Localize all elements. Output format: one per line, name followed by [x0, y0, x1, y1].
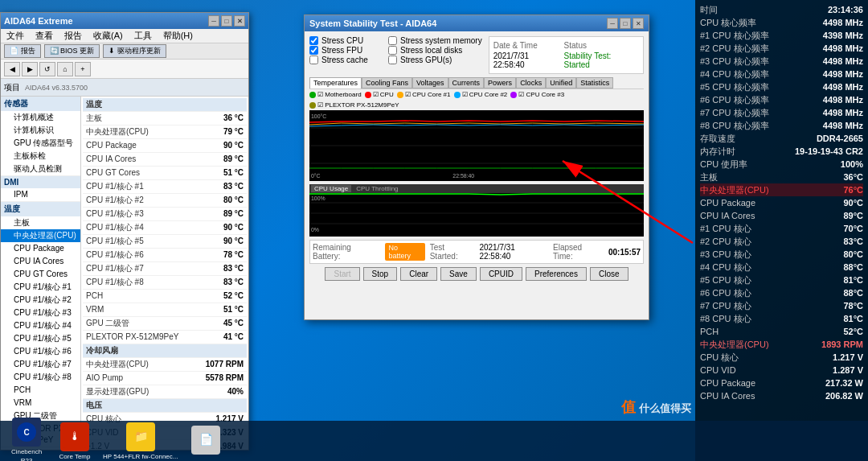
cpu-usage-tab-row: CPU Usage CPU Throttling [309, 184, 644, 193]
taskbar-cinebench[interactable]: C Cinebench R23 [6, 418, 47, 461]
cpuid-button[interactable]: CPUID [480, 267, 522, 281]
sidebar-item-driver[interactable]: 驱动人员检测 [1, 163, 80, 175]
mem-speed-value: DDR4-2665 [817, 132, 863, 145]
tab-powers[interactable]: Powers [484, 77, 516, 88]
sidebar-item-core5[interactable]: CPU #1/核心 #5 [1, 332, 80, 345]
stability-window: System Stability Test - AIDA64 ─ □ ✕ Str… [304, 14, 649, 320]
driver-update-button[interactable]: ⬇ 驱动程序更新 [103, 44, 166, 58]
stress-disks-checkbox[interactable] [388, 46, 397, 55]
row-core6-temp: #6 CPU 核心 88°C [700, 286, 863, 299]
tab-cooling[interactable]: Cooling Fans [362, 77, 412, 88]
stress-gpu-checkbox[interactable] [388, 56, 397, 64]
stability-bottom: Remaining Battery: No battery Test Start… [309, 240, 644, 264]
aida64-sidebar: 传感器 计算机概述 计算机标识 GPU 传感器型号 主板标检 驱动人员检测 DM… [1, 97, 81, 451]
cpu-vid2-value: 1.287 V [833, 364, 863, 377]
sidebar-item-cpu[interactable]: 中央处理器(CPU) [1, 229, 80, 242]
sidebar-item-ipm[interactable]: IPM [1, 188, 80, 201]
sidebar-item-board[interactable]: 主板标检 [1, 150, 80, 163]
row-core2-temp: #2 CPU 核心 83°C [700, 235, 863, 248]
row-core1-temp: #1 CPU 核心 70°C [700, 222, 863, 235]
tab-unified[interactable]: Unified [546, 77, 576, 88]
mem-timing-value: 19-19-19-43 CR2 [795, 145, 863, 158]
menu-tools[interactable]: 工具 [132, 30, 154, 42]
back-button[interactable]: ◀ [4, 62, 20, 76]
stress-cache-checkbox[interactable] [309, 56, 318, 64]
clear-button[interactable]: Clear [400, 267, 437, 281]
menu-file[interactable]: 文件 [4, 30, 27, 42]
maximize-button[interactable]: □ [221, 15, 232, 27]
start-button[interactable]: Start [325, 267, 359, 281]
tab-currents[interactable]: Currents [448, 77, 485, 88]
dmi-header[interactable]: DMI [1, 176, 80, 188]
cinebench-label: Cinebench [11, 448, 42, 455]
sidebar-item-core3[interactable]: CPU #1/核心 #3 [1, 307, 80, 319]
temp-header[interactable]: 温度 [1, 202, 80, 216]
sidebar-item-core1[interactable]: CPU #1/核心 #1 [1, 281, 80, 294]
sidebar-item-overview[interactable]: 计算机概述 [1, 111, 80, 124]
sidebar-item-cpu-ia[interactable]: CPU IA Cores [1, 255, 80, 268]
taskbar-hp[interactable]: 📁 HP 544+FLR fw-Connec... [103, 422, 178, 460]
sidebar-item-core7[interactable]: CPU #1/核心 #7 [1, 358, 80, 371]
sidebar-item-cpu-gt[interactable]: CPU GT Cores [1, 268, 80, 281]
report-button[interactable]: 📄 报告 [4, 44, 41, 58]
expand-button[interactable]: + [75, 62, 91, 76]
tab-voltages[interactable]: Voltages [412, 77, 448, 88]
row-core4-temp: #4 CPU 核心 88°C [700, 261, 863, 274]
row-cpu-temp: 中央处理器(CPU) 76°C [700, 183, 863, 196]
stress-cpu-label: Stress CPU [321, 36, 363, 45]
tab-temperatures[interactable]: Temperatures [309, 77, 362, 88]
battery-value: No battery [385, 243, 424, 261]
hp-label: HP 544+FLR fw-Connec... [103, 453, 178, 460]
sidebar-item-motherboard[interactable]: 主板 [1, 216, 80, 229]
stop-button[interactable]: Stop [363, 267, 398, 281]
stability-window-controls: ─ □ ✕ [607, 18, 644, 29]
mb-temp-value: 36°C [843, 171, 863, 183]
stress-disks-item: Stress local disks [388, 46, 482, 55]
sidebar-item-gpu-type[interactable]: GPU 传感器型号 [1, 137, 80, 150]
legend-core1-label: ☑ CPU Core #1 [405, 91, 451, 98]
sidebar-item-core4[interactable]: CPU #1/核心 #4 [1, 319, 80, 332]
coretemp-svg: 🌡 [63, 426, 86, 448]
stress-fpu-checkbox[interactable] [309, 46, 318, 55]
close-button[interactable]: ✕ [234, 15, 245, 27]
cpu-temp-value: 76°C [843, 183, 863, 196]
cpu-fan-value: 1893 RPM [821, 338, 863, 351]
legend-core2: ☑ CPU Core #2 [454, 91, 508, 98]
cpu8-freq-label: #8 CPU 核心频率 [700, 119, 769, 132]
row-core3-temp: #3 CPU 核心 80°C [700, 248, 863, 261]
tab-statistics[interactable]: Statistics [576, 77, 613, 88]
sidebar-item-core2[interactable]: CPU #1/核心 #2 [1, 294, 80, 307]
tab-clocks[interactable]: Clocks [516, 77, 546, 88]
taskbar-coretemp[interactable]: 🌡 Core Temp [55, 422, 95, 460]
aida64-header: 项目 AIDA64 v6.33.5700 [1, 79, 248, 97]
stability-maximize[interactable]: □ [620, 18, 631, 29]
legend-core3-label: ☑ CPU Core #3 [518, 91, 564, 98]
stability-close[interactable]: ✕ [633, 18, 644, 29]
cpu-throttling-tab[interactable]: CPU Throttling [353, 185, 401, 192]
cpu-usage-tab[interactable]: CPU Usage [311, 185, 351, 192]
stability-minimize[interactable]: ─ [607, 18, 618, 29]
minimize-button[interactable]: ─ [208, 15, 219, 27]
stress-cpu-checkbox[interactable] [309, 36, 318, 45]
sidebar-item-vrm[interactable]: VRM [1, 397, 80, 410]
close-stab-button[interactable]: Close [590, 267, 628, 281]
save-button[interactable]: Save [440, 267, 477, 281]
menu-favorites[interactable]: 收藏(A) [91, 30, 125, 42]
sidebar-item-cpu-package[interactable]: CPU Package [1, 242, 80, 255]
sidebar-item-core6[interactable]: CPU #1/核心 #6 [1, 345, 80, 358]
menu-report[interactable]: 报告 [62, 30, 84, 42]
forward-button[interactable]: ▶ [22, 62, 38, 76]
stress-col-right: Stress system memory Stress local disks … [388, 36, 482, 74]
sidebar-item-core8[interactable]: CPU #1/核心 #8 [1, 371, 80, 384]
taskbar-doc[interactable]: 📄 [186, 426, 226, 456]
menu-view[interactable]: 查看 [33, 30, 55, 42]
sidebar-item-id[interactable]: 计算机标识 [1, 124, 80, 137]
bios-update-button[interactable]: 🔄 BIOS 更新 [44, 44, 100, 58]
refresh-button[interactable]: ↺ [39, 62, 55, 76]
menu-help[interactable]: 帮助(H) [161, 30, 195, 42]
sidebar-item-pch[interactable]: PCH [1, 384, 80, 397]
sensors-header[interactable]: 传感器 [1, 97, 80, 111]
home-button[interactable]: ⌂ [57, 62, 73, 76]
preferences-button[interactable]: Preferences [526, 267, 587, 281]
stress-memory-checkbox[interactable] [388, 36, 397, 45]
